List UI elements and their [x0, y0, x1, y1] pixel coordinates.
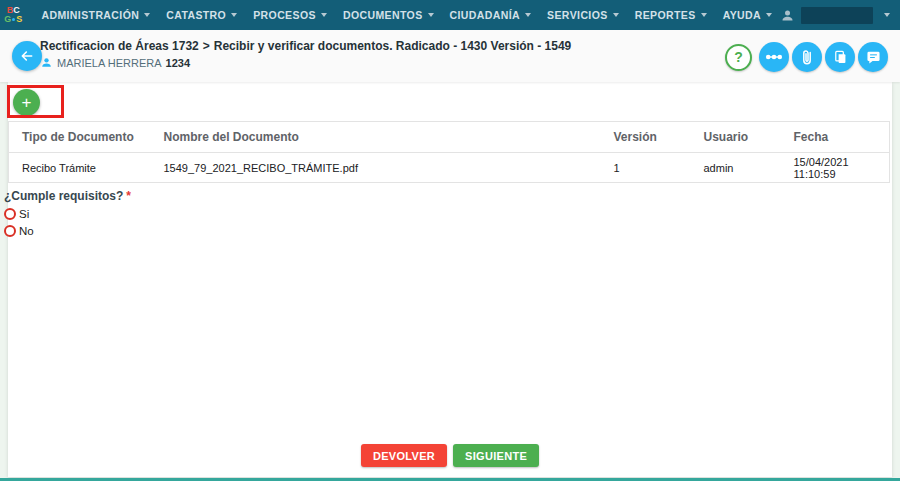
table-row: Recibo Trámite 1549_79_2021_RECIBO_TRÁMI… [9, 153, 890, 183]
radio-icon[interactable] [4, 225, 16, 237]
documents-table: Tipo de Documento Nombre del Documento V… [8, 121, 890, 183]
nav-item-label: AYUDA [723, 9, 761, 21]
caret-down-icon [428, 13, 434, 17]
workflow-steps-button[interactable] [759, 42, 789, 72]
nav-item-procesos[interactable]: PROCESOS [245, 0, 335, 30]
caret-down-icon [525, 13, 531, 17]
nav-item-reportes[interactable]: REPORTES [627, 0, 715, 30]
nav-item-servicios[interactable]: SERVICIOS [539, 0, 627, 30]
applicant-line: MARIELA HERRERA 1234 [40, 56, 571, 69]
nav-item-label: REPORTES [635, 9, 696, 21]
applicant-name: MARIELA HERRERA [57, 57, 162, 69]
nav-item-label: SERVICIOS [547, 9, 608, 21]
breadcrumb-task: Recibir y verificar documentos. Radicado… [214, 39, 571, 53]
required-marker: * [126, 189, 131, 203]
attachment-icon [798, 48, 816, 66]
logo-dot-icon [12, 18, 15, 21]
column-header-tipo: Tipo de Documento [9, 122, 151, 153]
caret-down-icon [613, 13, 619, 17]
user-name-redacted [801, 7, 873, 24]
cell-version: 1 [601, 153, 691, 183]
nav-item-ciudadania[interactable]: CIUDADANÍA [442, 0, 540, 30]
column-header-version: Versión [601, 122, 691, 153]
nav-item-label: CIUDADANÍA [450, 9, 521, 21]
question-text: ¿Cumple requisitos? [4, 189, 123, 203]
nav-item-catastro[interactable]: CATASTRO [158, 0, 245, 30]
column-header-fecha: Fecha [781, 122, 890, 153]
cell-tipo-documento: Recibo Trámite [9, 153, 151, 183]
notes-button[interactable] [858, 42, 888, 72]
nav-item-documentos[interactable]: DOCUMENTOS [335, 0, 442, 30]
nav-item-ayuda[interactable]: AYUDA [715, 0, 780, 30]
cell-usuario: admin [691, 153, 781, 183]
caret-down-icon [231, 13, 237, 17]
user-menu[interactable] [780, 7, 890, 24]
help-icon: ? [734, 49, 743, 65]
caret-down-icon [884, 13, 890, 17]
arrow-left-icon [19, 48, 35, 64]
radio-label: No [19, 225, 34, 237]
requirements-form: ¿Cumple requisitos?* Si No [4, 189, 131, 237]
caret-down-icon [701, 13, 707, 17]
action-bar: DEVOLVER SIGUIENTE [0, 444, 900, 467]
copy-documents-button[interactable] [825, 42, 855, 72]
question-label: ¿Cumple requisitos?* [4, 189, 131, 203]
header-actions: ? [725, 42, 888, 72]
caret-down-icon [766, 13, 772, 17]
app-logo[interactable]: BC GS [0, 0, 26, 30]
nav-item-administracion[interactable]: ADMINISTRACIÓN [33, 0, 158, 30]
radio-label: Si [19, 208, 29, 220]
person-icon [40, 56, 53, 69]
radio-option-no[interactable]: No [4, 225, 131, 237]
nav-item-label: DOCUMENTOS [343, 9, 423, 21]
applicant-id: 1234 [166, 57, 190, 69]
table-header-row: Tipo de Documento Nombre del Documento V… [9, 122, 890, 153]
nav-item-label: CATASTRO [166, 9, 226, 21]
attachments-button[interactable] [792, 42, 822, 72]
top-navbar: BC GS ADMINISTRACIÓN CATASTRO PROCESOS D… [0, 0, 900, 30]
logo-line-2: GS [4, 15, 22, 24]
caret-down-icon [321, 13, 327, 17]
logo-letter-g: G [4, 15, 11, 24]
cell-fecha: 15/04/2021 11:10:59 [781, 153, 890, 183]
page: BC GS ADMINISTRACIÓN CATASTRO PROCESOS D… [0, 0, 900, 481]
task-header: Rectificacion de Áreas 1732>Recibir y ve… [0, 30, 900, 82]
devolver-button[interactable]: DEVOLVER [361, 444, 447, 467]
radio-option-si[interactable]: Si [4, 208, 131, 220]
breadcrumb-separator: > [203, 39, 210, 53]
workflow-steps-icon [765, 53, 783, 61]
column-header-usuario: Usuario [691, 122, 781, 153]
add-document-button[interactable]: + [13, 89, 40, 116]
breadcrumb-process: Rectificacion de Áreas 1732 [40, 39, 199, 53]
breadcrumb-block: Rectificacion de Áreas 1732>Recibir y ve… [40, 39, 571, 69]
caret-down-icon [144, 13, 150, 17]
breadcrumb: Rectificacion de Áreas 1732>Recibir y ve… [40, 39, 571, 53]
nav-menu: ADMINISTRACIÓN CATASTRO PROCESOS DOCUMEN… [33, 0, 780, 30]
back-button[interactable] [12, 41, 42, 71]
notes-icon [865, 49, 882, 66]
copy-documents-icon [832, 49, 849, 66]
help-button[interactable]: ? [725, 44, 752, 71]
cell-nombre-documento[interactable]: 1549_79_2021_RECIBO_TRÁMITE.pdf [151, 153, 601, 183]
column-header-nombre: Nombre del Documento [151, 122, 601, 153]
nav-item-label: ADMINISTRACIÓN [41, 9, 139, 21]
logo-letter-s: S [16, 15, 22, 24]
nav-item-label: PROCESOS [253, 9, 316, 21]
siguiente-button[interactable]: SIGUIENTE [453, 444, 539, 467]
radio-icon[interactable] [4, 208, 16, 220]
user-icon [780, 8, 795, 23]
